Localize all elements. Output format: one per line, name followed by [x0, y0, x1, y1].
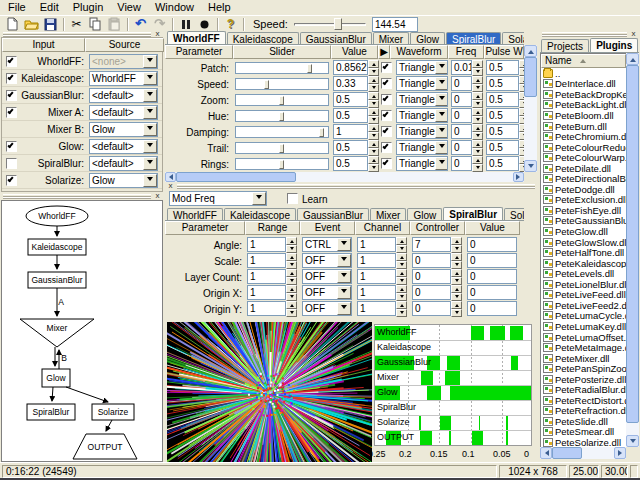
chevron-down-icon[interactable]: [337, 286, 351, 299]
oscillator-checkbox[interactable]: [381, 62, 392, 73]
param-column-header[interactable]: ▶: [378, 45, 390, 59]
numeric-field[interactable]: 1: [357, 301, 407, 316]
numeric-field[interactable]: 0.5: [486, 92, 524, 107]
new-document-icon[interactable]: [3, 16, 22, 32]
spin-down-icon[interactable]: [451, 245, 462, 253]
scroll-down-icon[interactable]: [626, 435, 639, 447]
scroll-right-icon[interactable]: [614, 447, 626, 459]
spin-up-icon[interactable]: [368, 60, 379, 68]
param-column-header[interactable]: Slider: [233, 45, 331, 59]
spin-down-icon[interactable]: [286, 309, 297, 317]
dropdown-select[interactable]: Triangle: [396, 124, 448, 139]
mod-column-header[interactable]: Channel: [355, 221, 410, 235]
numeric-field[interactable]: 0.5: [486, 124, 524, 139]
list-item[interactable]: PeteFishEye.dll: [542, 205, 626, 216]
input-enable-checkbox[interactable]: [6, 158, 17, 169]
spin-down-icon[interactable]: [368, 68, 379, 76]
numeric-field[interactable]: 0.5: [486, 108, 524, 123]
spin-up-icon[interactable]: [286, 253, 297, 261]
field-value[interactable]: 0.5: [333, 156, 368, 171]
spin-up-icon[interactable]: [451, 269, 462, 277]
field-value[interactable]: 0.5: [333, 108, 368, 123]
oscillator-checkbox[interactable]: [381, 126, 392, 137]
chevron-down-icon[interactable]: [143, 55, 157, 68]
mod-tab-spiralblur[interactable]: SpiralBlur: [443, 207, 503, 221]
spin-up-icon[interactable]: [368, 156, 379, 164]
slider-thumb[interactable]: [319, 128, 324, 137]
list-item[interactable]: PeteBloom.dll: [542, 110, 626, 121]
menu-edit[interactable]: Edit: [33, 0, 66, 15]
oscillator-checkbox[interactable]: [381, 142, 392, 153]
scroll-right-icon[interactable]: [513, 172, 524, 182]
spin-up-icon[interactable]: [368, 108, 379, 116]
spinner-buttons[interactable]: [396, 253, 407, 268]
spin-down-icon[interactable]: [286, 245, 297, 253]
numeric-field[interactable]: 0.5: [333, 140, 379, 155]
param-column-header[interactable]: Freq: [448, 45, 484, 59]
spinner-buttons[interactable]: [368, 108, 379, 123]
mod-column-header[interactable]: Parameter: [165, 221, 245, 235]
numeric-field[interactable]: 7: [412, 237, 462, 252]
slider-thumb[interactable]: [279, 160, 284, 169]
spin-down-icon[interactable]: [368, 148, 379, 156]
param-column-header[interactable]: Value: [331, 45, 378, 59]
spinner-buttons[interactable]: [286, 285, 297, 300]
spinner-buttons[interactable]: [286, 301, 297, 316]
list-item[interactable]: PeteSmear.dll: [542, 427, 626, 438]
list-item[interactable]: PeteSlide.dll: [542, 416, 626, 427]
spinner-buttons[interactable]: [451, 285, 462, 300]
spin-up-icon[interactable]: [472, 140, 483, 148]
spin-down-icon[interactable]: [396, 309, 407, 317]
field-value[interactable]: 0.01: [451, 60, 472, 75]
browser-tab-projects[interactable]: Projects: [541, 39, 589, 52]
param-slider[interactable]: [235, 62, 329, 74]
list-item[interactable]: PeteGlowSlow.dll: [542, 237, 626, 248]
inputs-column-header-source[interactable]: Source: [85, 38, 164, 52]
spin-up-icon[interactable]: [472, 60, 483, 68]
numeric-field[interactable]: 0.5: [486, 156, 524, 171]
numeric-field[interactable]: 0.5: [486, 140, 524, 155]
numeric-field[interactable]: 0: [412, 269, 462, 284]
spin-down-icon[interactable]: [368, 84, 379, 92]
slider-thumb[interactable]: [307, 64, 312, 73]
list-item[interactable]: PeteBackLight.dll: [542, 100, 626, 111]
slider-thumb[interactable]: [279, 96, 284, 105]
spinner-buttons[interactable]: [472, 92, 483, 107]
dropdown-select[interactable]: Triangle: [396, 92, 448, 107]
open-folder-icon[interactable]: [22, 16, 41, 32]
spin-up-icon[interactable]: [451, 285, 462, 293]
numeric-field[interactable]: 0.5: [333, 108, 379, 123]
input-enable-checkbox[interactable]: [6, 73, 17, 84]
chevron-down-icon[interactable]: [143, 106, 157, 119]
spinner-buttons[interactable]: [451, 253, 462, 268]
param-slider[interactable]: [235, 110, 329, 122]
list-item[interactable]: PeteDilate.dll: [542, 163, 626, 174]
numeric-field[interactable]: 1: [357, 237, 407, 252]
menu-file[interactable]: File: [1, 0, 33, 15]
dropdown-select[interactable]: <default>: [89, 156, 158, 171]
spin-up-icon[interactable]: [286, 301, 297, 309]
menu-help[interactable]: Help: [201, 0, 238, 15]
param-column-header[interactable]: Pulse W: [484, 45, 524, 59]
list-vertical-scrollbar[interactable]: [626, 53, 639, 447]
slider-thumb[interactable]: [279, 112, 284, 121]
spinner-buttons[interactable]: [472, 124, 483, 139]
param-vertical-scrollbar[interactable]: [524, 45, 537, 172]
spinner-buttons[interactable]: [451, 301, 462, 316]
spin-up-icon[interactable]: [451, 253, 462, 261]
mod-dock-gripper[interactable]: x: [165, 183, 537, 190]
spin-down-icon[interactable]: [472, 68, 483, 76]
spin-down-icon[interactable]: [472, 164, 483, 172]
param-slider[interactable]: [235, 142, 329, 154]
list-item[interactable]: ..: [542, 68, 626, 79]
param-slider[interactable]: [235, 94, 329, 106]
mod-column-header[interactable]: Value: [465, 221, 520, 235]
field-value[interactable]: 0: [451, 124, 472, 139]
browser-tab-plugins[interactable]: Plugins: [590, 38, 638, 52]
field-value[interactable]: 7: [412, 237, 451, 252]
spin-down-icon[interactable]: [472, 100, 483, 108]
dropdown-select[interactable]: OFF: [302, 253, 352, 268]
learn-checkbox[interactable]: [287, 193, 298, 204]
numeric-field[interactable]: 0: [451, 156, 483, 171]
spin-down-icon[interactable]: [472, 84, 483, 92]
